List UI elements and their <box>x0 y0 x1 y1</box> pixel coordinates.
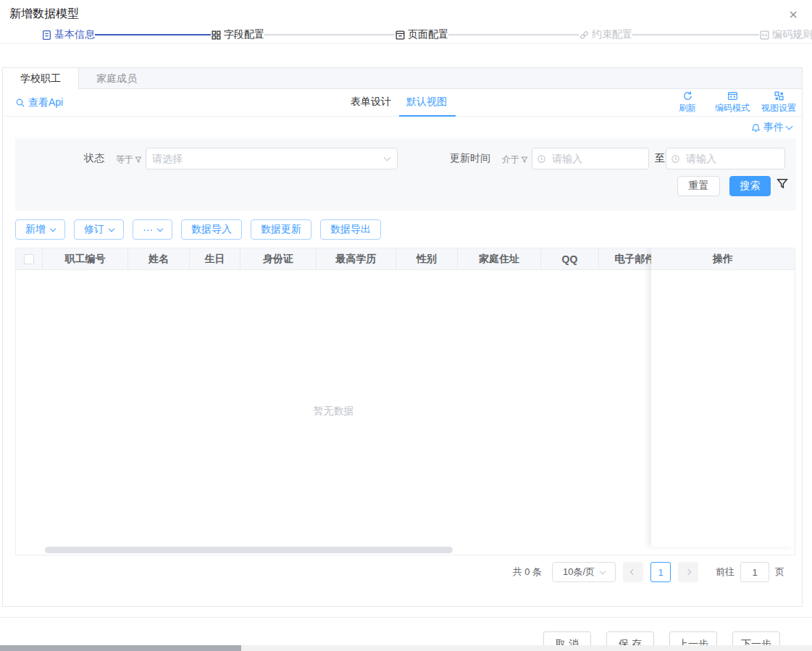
refresh-icon <box>682 91 693 101</box>
footer-divider <box>0 617 812 618</box>
events-label: 事件 <box>763 121 784 134</box>
code-mode-button[interactable]: 编码模式 <box>715 91 750 114</box>
scrollbar-thumb[interactable] <box>0 645 241 651</box>
toolbar-icon-actions: 刷新 编码模式 视图设置 <box>671 91 796 114</box>
step-wizard: 基本信息 字段配置 页面配置 约束配置 <box>41 27 812 43</box>
update-time-operator[interactable]: 介于 <box>502 154 528 166</box>
data-update-button[interactable]: 数据更新 <box>251 219 311 240</box>
step-connector <box>95 34 211 35</box>
total-count: 共 0 条 <box>513 566 542 579</box>
select-all-checkbox[interactable] <box>24 254 34 264</box>
step-basic-info[interactable]: 基本信息 <box>41 28 95 41</box>
step-constraint-config[interactable]: 约束配置 <box>579 28 632 41</box>
close-icon[interactable]: × <box>789 7 798 22</box>
chevron-down-icon <box>786 123 793 130</box>
update-time-label: 更新时间 <box>450 152 490 165</box>
tab-family-members[interactable]: 家庭成员 <box>79 68 154 88</box>
data-export-button[interactable]: 数据导出 <box>320 219 381 240</box>
view-api-label: 查看Api <box>28 96 63 109</box>
col-birthday: 生日 <box>190 248 240 270</box>
data-import-button[interactable]: 数据导入 <box>181 219 242 240</box>
grid-icon <box>211 30 222 41</box>
clock-icon <box>532 154 546 164</box>
chevron-down-icon <box>157 226 163 232</box>
chevron-down-icon <box>600 568 606 574</box>
prev-page-button[interactable] <box>623 562 643 582</box>
step-connector <box>632 34 759 35</box>
table-actions: 新增 修订 ··· 数据导入 数据更新 数据导出 <box>15 219 381 240</box>
operator-label: 介于 <box>502 154 519 166</box>
step-page-config[interactable]: 页面配置 <box>395 28 448 41</box>
status-operator[interactable]: 等于 <box>116 154 142 166</box>
document-icon <box>41 30 52 41</box>
events-row: 事件 <box>3 117 802 138</box>
tab-school-staff[interactable]: 学校职工 <box>3 68 79 89</box>
filter-panel: 状态 等于 更新时间 介于 至 <box>15 138 796 211</box>
fixed-operation-column: 操作 <box>651 248 795 547</box>
page-number-button[interactable]: 1 <box>650 562 671 582</box>
operator-label: 等于 <box>116 154 133 166</box>
tab-label: 学校职工 <box>20 72 61 84</box>
table-horizontal-scrollbar[interactable] <box>45 547 453 553</box>
more-button[interactable]: ··· <box>133 219 172 240</box>
add-label: 新增 <box>25 223 46 236</box>
step-label: 页面配置 <box>408 28 448 41</box>
model-config-panel: 学校职工 家庭成员 查看Api 表单设计 默认视图 刷新 <box>2 67 803 607</box>
next-page-button[interactable] <box>678 562 698 582</box>
view-settings-button[interactable]: 视图设置 <box>761 91 796 114</box>
view-api-link[interactable]: 查看Api <box>15 96 63 109</box>
table-header-row: 职工编号 姓名 生日 身份证 最高学历 性别 家庭住址 QQ 电子邮件 <box>16 248 671 270</box>
refresh-button[interactable]: 刷新 <box>671 91 703 114</box>
view-toolbar: 查看Api 表单设计 默认视图 刷新 编码模式 <box>3 89 802 117</box>
status-label: 状态 <box>84 152 104 165</box>
update-label: 数据更新 <box>261 223 301 236</box>
code-mode-label: 编码模式 <box>715 102 750 114</box>
step-connector <box>264 34 395 35</box>
funnel-icon[interactable] <box>777 178 788 190</box>
page-unit-label: 页 <box>775 566 784 579</box>
pagination: 共 0 条 10条/页 1 前往 页 <box>513 562 784 582</box>
status-select[interactable] <box>146 148 398 169</box>
status-select-input[interactable] <box>146 148 385 169</box>
time-start-input[interactable] <box>532 148 649 169</box>
col-gender: 性别 <box>396 248 458 270</box>
refresh-label: 刷新 <box>679 102 696 114</box>
clock-icon <box>666 154 680 164</box>
empty-placeholder: 暂无数据 <box>16 405 651 418</box>
add-button[interactable]: 新增 <box>15 219 65 240</box>
import-label: 数据导入 <box>191 223 232 236</box>
tab-form-design[interactable]: 表单设计 <box>351 96 391 109</box>
col-name: 姓名 <box>128 248 190 270</box>
code-rule-icon <box>759 30 770 41</box>
data-table: 职工编号 姓名 生日 身份证 最高学历 性别 家庭住址 QQ 电子邮件 暂无数据… <box>15 248 795 555</box>
col-operation: 操作 <box>651 248 795 270</box>
goto-page-input[interactable] <box>740 562 769 582</box>
step-field-config[interactable]: 字段配置 <box>211 28 264 41</box>
chevron-down-icon <box>384 154 391 161</box>
step-code-rule[interactable]: 编码规则 <box>759 28 812 41</box>
time-end-field[interactable] <box>680 148 812 169</box>
chevron-right-icon <box>685 569 691 575</box>
dialog-header: 新增数据模型 × 基本信息 字段配置 页面配置 <box>0 0 812 44</box>
tab-default-view[interactable]: 默认视图 <box>406 96 447 109</box>
search-button[interactable]: 搜索 <box>729 176 771 196</box>
chevron-left-icon <box>630 569 636 575</box>
reset-button[interactable]: 重置 <box>677 176 720 196</box>
bell-icon <box>751 123 761 133</box>
filter-funnel-icon <box>135 156 142 164</box>
export-label: 数据导出 <box>330 223 371 236</box>
page-title: 新增数据模型 <box>9 7 79 22</box>
step-label: 编码规则 <box>772 28 812 41</box>
page-size-select[interactable]: 10条/页 <box>552 562 616 582</box>
events-dropdown[interactable]: 事件 <box>751 121 792 134</box>
time-end-input[interactable] <box>666 148 785 169</box>
revise-label: 修订 <box>84 223 104 236</box>
model-tabs: 学校职工 家庭成员 <box>3 68 802 89</box>
tab-label: 家庭成员 <box>96 72 137 84</box>
col-qq: QQ <box>541 248 599 270</box>
col-id-card: 身份证 <box>240 248 317 270</box>
search-icon <box>15 98 25 108</box>
col-address: 家庭住址 <box>458 248 541 270</box>
view-settings-icon <box>774 91 784 101</box>
revise-button[interactable]: 修订 <box>74 219 124 240</box>
